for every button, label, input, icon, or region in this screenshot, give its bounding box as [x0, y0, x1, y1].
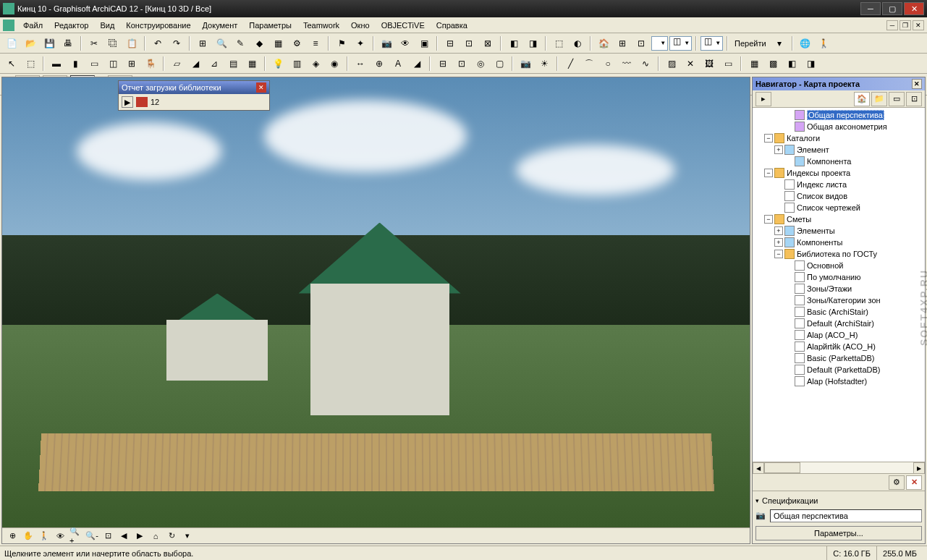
report-close-button[interactable]: ✕ — [256, 82, 266, 93]
slab-tool[interactable]: ▱ — [168, 55, 185, 72]
object-tool[interactable]: 🪑 — [142, 55, 159, 72]
sun-tool[interactable]: ☀ — [536, 55, 553, 72]
view-combo[interactable]: ◫ — [700, 36, 723, 51]
nav3-button[interactable]: ⊡ — [632, 35, 650, 52]
tree-expander[interactable]: − — [764, 215, 773, 224]
tree-item[interactable]: Basic (ParkettaDB) — [754, 352, 923, 364]
vt-prev[interactable]: ◀ — [117, 530, 131, 543]
level-tool[interactable]: ⊕ — [371, 55, 388, 72]
nav-tab-publisher[interactable]: ⊡ — [906, 92, 922, 106]
edit-button[interactable]: ✎ — [232, 35, 249, 52]
text-tool[interactable]: A — [389, 55, 407, 72]
align-button[interactable]: ⊠ — [479, 35, 496, 52]
door-tool[interactable]: ◫ — [104, 55, 122, 72]
layer-button[interactable]: ≡ — [307, 35, 324, 52]
more4-tool[interactable]: ◨ — [802, 55, 819, 72]
column-tool[interactable]: ▮ — [67, 55, 84, 72]
wand-button[interactable]: ✦ — [352, 35, 369, 52]
view-button[interactable]: 👁 — [397, 35, 414, 52]
tree-hscroll[interactable]: ◀ ▶ — [753, 462, 925, 473]
tree-item[interactable]: По умолчанию — [754, 271, 923, 283]
tree-item[interactable]: Default (ParkettaDB) — [754, 364, 923, 376]
vt-orbit[interactable]: ⊕ — [5, 530, 20, 543]
more2-tool[interactable]: ▩ — [764, 55, 782, 72]
tree-expander[interactable]: + — [774, 145, 783, 154]
tree-item[interactable]: +Компоненты — [754, 237, 923, 248]
tree-item[interactable]: −Каталоги — [754, 132, 923, 144]
figure-tool[interactable]: 🖼 — [700, 55, 718, 72]
tree-item[interactable]: Default (ArchiStair) — [754, 318, 923, 329]
tree-expander[interactable]: − — [764, 134, 773, 143]
vt-pan[interactable]: ✋ — [21, 530, 35, 543]
scale-combo[interactable] — [651, 36, 668, 51]
spec-name-field[interactable]: Общая перспектива — [770, 509, 922, 522]
element-button[interactable]: ◆ — [250, 35, 268, 52]
section-tool[interactable]: ⊟ — [434, 55, 452, 72]
flag-button[interactable]: ⚑ — [333, 35, 350, 52]
section-button[interactable]: ◨ — [524, 35, 541, 52]
menu-конструирование[interactable]: Конструирование — [120, 20, 196, 31]
nav-tab-views[interactable]: 📁 — [871, 92, 887, 106]
shell-tool[interactable]: ◉ — [326, 55, 343, 72]
curtain-tool[interactable]: ▥ — [288, 55, 305, 72]
navigator-tree[interactable]: Общая перспективаОбщая аксонометрия−Ката… — [753, 108, 925, 462]
snap-button[interactable]: ⊡ — [460, 35, 478, 52]
menu-файл[interactable]: Файл — [17, 20, 48, 31]
nav-tab-popup[interactable]: ▸ — [755, 92, 771, 106]
navigator-close-button[interactable]: ✕ — [912, 79, 922, 89]
tree-item[interactable]: Зоны/Категории зон — [754, 294, 923, 306]
marquee-tool[interactable]: ⬚ — [22, 55, 39, 72]
nav2-button[interactable]: ⊞ — [614, 35, 631, 52]
window-tool[interactable]: ⊞ — [123, 55, 140, 72]
line-tool[interactable]: ╱ — [562, 55, 579, 72]
label-tool[interactable]: ◢ — [408, 55, 426, 72]
nav1-button[interactable]: 🏠 — [595, 35, 612, 52]
tree-expander[interactable]: + — [774, 226, 783, 235]
dim-tool[interactable]: ↔ — [352, 55, 369, 72]
tree-item[interactable]: +Элемент — [754, 144, 923, 156]
print-button[interactable]: 🖶 — [59, 35, 77, 52]
globe-button[interactable]: 🌐 — [797, 35, 814, 52]
mesh-tool[interactable]: ⊿ — [206, 55, 223, 72]
goto-dropdown[interactable]: ▾ — [771, 35, 788, 52]
more3-tool[interactable]: ◧ — [783, 55, 800, 72]
tool-button[interactable]: ▦ — [269, 35, 287, 52]
elevation-tool[interactable]: ⊡ — [453, 55, 470, 72]
zone-tool[interactable]: ▦ — [243, 55, 261, 72]
tree-item[interactable]: Общая аксонометрия — [754, 121, 923, 132]
vt-walk[interactable]: 🚶 — [37, 530, 51, 543]
measure-button[interactable]: ⊞ — [194, 35, 211, 52]
detail-tool[interactable]: ◎ — [472, 55, 489, 72]
menu-параметры[interactable]: Параметры — [243, 20, 297, 31]
vt-zoom-out[interactable]: 🔍- — [85, 530, 99, 543]
more1-tool[interactable]: ▦ — [745, 55, 763, 72]
mdi-close-button[interactable]: ✕ — [913, 20, 924, 30]
tree-item[interactable]: Alap (ACO_H) — [754, 329, 923, 341]
vt-home[interactable]: ⌂ — [148, 530, 163, 543]
maximize-button[interactable]: ▢ — [882, 2, 902, 15]
wall-tool[interactable]: ▬ — [48, 55, 65, 72]
spec-header[interactable]: ▾ Спецификации — [755, 494, 922, 507]
stair-tool[interactable]: ▤ — [224, 55, 242, 72]
camera-tool[interactable]: 📷 — [517, 55, 534, 72]
arc-tool[interactable]: ⌒ — [580, 55, 598, 72]
menu-objective[interactable]: OBJECTiVE — [376, 20, 431, 31]
nav-tab-layouts[interactable]: ▭ — [889, 92, 905, 106]
tree-item[interactable]: Общая перспектива — [754, 109, 923, 121]
arrow-tool[interactable]: ↖ — [3, 55, 20, 72]
menu-редактор[interactable]: Редактор — [48, 20, 94, 31]
render-button[interactable]: ▣ — [415, 35, 433, 52]
tree-item[interactable]: Индекс листа — [754, 179, 923, 190]
copy-button[interactable]: ⿻ — [104, 35, 122, 52]
tree-item[interactable]: Зоны/Этажи — [754, 283, 923, 294]
menu-вид[interactable]: Вид — [94, 20, 120, 31]
scroll-right[interactable]: ▶ — [913, 462, 925, 474]
drawing-tool[interactable]: ▭ — [719, 55, 737, 72]
tree-item[interactable]: Alap (Hofstadter) — [754, 376, 923, 387]
nav-settings-button[interactable]: ⚙ — [889, 475, 905, 490]
vt-next[interactable]: ▶ — [132, 530, 147, 543]
vt-look[interactable]: 👁 — [53, 530, 67, 543]
mdi-restore-button[interactable]: ❐ — [900, 20, 911, 30]
tree-item[interactable]: Список чертежей — [754, 202, 923, 213]
tree-item[interactable]: Basic (ArchiStair) — [754, 306, 923, 318]
